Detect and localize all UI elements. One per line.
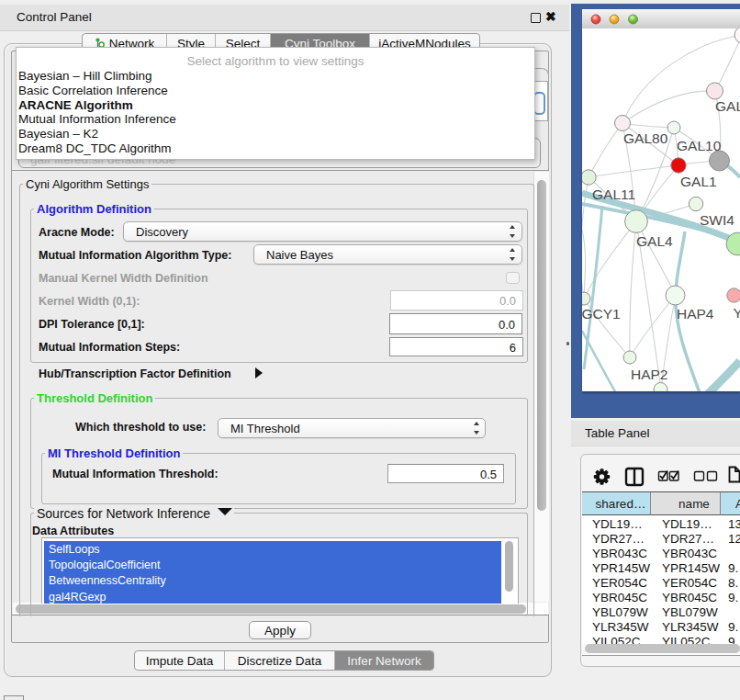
svg-text:GAL7: GAL7	[715, 98, 740, 114]
svg-text:GCY1: GCY1	[582, 306, 621, 322]
svg-text:Y: Y	[734, 305, 740, 321]
svg-text:GAL80: GAL80	[623, 130, 668, 146]
svg-text:HAP4: HAP4	[677, 306, 714, 322]
svg-text:GAL4: GAL4	[636, 233, 673, 249]
svg-text:GAL10: GAL10	[677, 138, 722, 153]
svg-text:GAL1: GAL1	[680, 174, 717, 189]
svg-text:GAL11: GAL11	[592, 186, 635, 202]
svg-text:SWI4: SWI4	[700, 212, 734, 228]
svg-text:HAP2: HAP2	[631, 367, 668, 382]
